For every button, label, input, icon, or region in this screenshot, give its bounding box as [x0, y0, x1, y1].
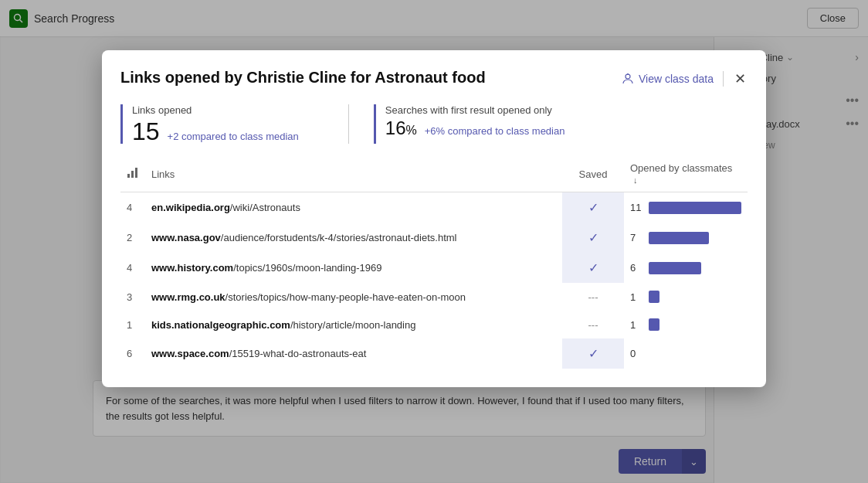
- cell-link[interactable]: en.wikipedia.org/wiki/Astronauts: [145, 192, 562, 223]
- pct-symbol: %: [405, 124, 416, 137]
- cell-count: 4: [120, 192, 145, 223]
- link-path: /audience/forstudents/k-4/stories/astron…: [221, 232, 457, 243]
- link-domain: www.history.com: [151, 262, 233, 274]
- table-row: 3 www.rmg.co.uk/stories/topics/how-many-…: [120, 283, 748, 311]
- stats-divider: [348, 104, 349, 144]
- dash-text: ---: [588, 291, 598, 303]
- class-data-icon: [622, 73, 634, 85]
- classmates-bar: [649, 318, 659, 331]
- modal-close-button[interactable]: ✕: [733, 69, 748, 89]
- cell-saved: ---: [562, 311, 624, 338]
- link-path: /15519-what-do-astronauts-eat: [229, 348, 367, 359]
- link-path: /wiki/Astronauts: [230, 202, 300, 213]
- col-header-opened: Opened by classmates ↓: [624, 156, 748, 192]
- table-row: 2 www.nasa.gov/audience/forstudents/k-4/…: [120, 223, 748, 253]
- cell-count: 4: [120, 253, 145, 283]
- table-row: 6 www.space.com/15519-what-do-astronauts…: [120, 338, 748, 369]
- cell-count: 6: [120, 338, 145, 369]
- link-path: /history/article/moon-landing: [290, 319, 416, 331]
- classmates-count: 1: [630, 319, 643, 331]
- stat-links-compare: +2 compared to class median: [168, 131, 299, 142]
- cell-opened: 1: [624, 311, 748, 338]
- cell-opened: 11: [624, 192, 748, 223]
- links-bar-icon: [127, 168, 139, 181]
- bar-container: 1: [630, 318, 741, 331]
- svg-point-3: [627, 73, 629, 75]
- col-header-num: [120, 156, 145, 192]
- bar-container: 7: [630, 232, 741, 244]
- dash-text: ---: [588, 319, 598, 331]
- cell-saved: ---: [562, 283, 624, 311]
- checkmark-icon: ✓: [588, 261, 598, 274]
- modal-overlay: Links opened by Christie Cline for Astro…: [0, 0, 868, 483]
- svg-rect-5: [131, 171, 134, 178]
- classmates-count: 0: [630, 348, 643, 359]
- link-domain: www.rmg.co.uk: [151, 291, 225, 303]
- stat-first-result-compare: +6% compared to class median: [425, 125, 565, 137]
- stat-first-result-value: 16%: [385, 119, 417, 138]
- stat-links-value-row: 15 +2 compared to class median: [132, 119, 299, 144]
- bar-container: 1: [630, 291, 741, 303]
- link-domain: www.nasa.gov: [151, 232, 221, 243]
- classmates-count: 11: [630, 202, 643, 213]
- classmates-count: 7: [630, 232, 643, 243]
- stat-first-result-value-row: 16% +6% compared to class median: [385, 119, 565, 138]
- cell-opened: 0: [624, 338, 748, 369]
- table-body: 4 en.wikipedia.org/wiki/Astronauts ✓ 11 …: [120, 192, 748, 369]
- cell-saved: ✓: [562, 223, 624, 253]
- cell-saved: ✓: [562, 338, 624, 369]
- stat-links-label: Links opened: [132, 104, 299, 116]
- cell-saved: ✓: [562, 253, 624, 283]
- cell-link[interactable]: www.history.com/topics/1960s/moon-landin…: [145, 253, 562, 283]
- modal-header-actions: View class data ✕: [622, 69, 748, 89]
- table-header-row: Links Saved Opened by classmates ↓: [120, 156, 748, 192]
- cell-opened: 6: [624, 253, 748, 283]
- cell-count: 2: [120, 223, 145, 253]
- links-table: Links Saved Opened by classmates ↓ 4 en.…: [120, 156, 748, 369]
- stats-row: Links opened 15 +2 compared to class med…: [102, 89, 766, 156]
- cell-link[interactable]: kids.nationalgeographic.com/history/arti…: [145, 311, 562, 338]
- bar-container: 6: [630, 262, 741, 274]
- bar-container: 11: [630, 202, 741, 214]
- link-path: /topics/1960s/moon-landing-1969: [233, 262, 381, 274]
- classmates-bar: [649, 262, 701, 274]
- link-domain: www.space.com: [151, 348, 229, 359]
- cell-opened: 7: [624, 223, 748, 253]
- table-row: 1 kids.nationalgeographic.com/history/ar…: [120, 311, 748, 338]
- cell-count: 3: [120, 283, 145, 311]
- stat-first-result-label: Searches with first result opened only: [385, 104, 565, 116]
- link-domain: kids.nationalgeographic.com: [151, 319, 290, 331]
- classmates-bar: [649, 202, 741, 214]
- checkmark-icon: ✓: [588, 231, 598, 244]
- modal-header: Links opened by Christie Cline for Astro…: [102, 50, 766, 89]
- checkmark-icon: ✓: [588, 347, 598, 360]
- table-container: Links Saved Opened by classmates ↓ 4 en.…: [102, 156, 766, 387]
- cell-count: 1: [120, 311, 145, 338]
- table-head: Links Saved Opened by classmates ↓: [120, 156, 748, 192]
- bar-container: 0: [630, 348, 741, 359]
- table-row: 4 www.history.com/topics/1960s/moon-land…: [120, 253, 748, 283]
- stat-first-result: Searches with first result opened only 1…: [374, 104, 590, 144]
- cell-link[interactable]: www.nasa.gov/audience/forstudents/k-4/st…: [145, 223, 562, 253]
- table-row: 4 en.wikipedia.org/wiki/Astronauts ✓ 11: [120, 192, 748, 223]
- classmates-count: 6: [630, 262, 643, 274]
- modal: Links opened by Christie Cline for Astro…: [102, 50, 766, 387]
- modal-title: Links opened by Christie Cline for Astro…: [120, 69, 486, 87]
- view-class-data-button[interactable]: View class data: [622, 73, 714, 85]
- stat-links-value: 15: [132, 119, 160, 144]
- col-header-links: Links: [145, 156, 562, 192]
- cell-link[interactable]: www.space.com/15519-what-do-astronauts-e…: [145, 338, 562, 369]
- sort-icon: ↓: [633, 175, 638, 185]
- col-header-saved: Saved: [562, 156, 624, 192]
- classmates-bar: [649, 291, 659, 303]
- classmates-bar: [649, 232, 709, 244]
- link-domain: en.wikipedia.org: [151, 202, 230, 213]
- cell-opened: 1: [624, 283, 748, 311]
- header-divider: [723, 71, 724, 87]
- cell-saved: ✓: [562, 192, 624, 223]
- classmates-count: 1: [630, 291, 643, 303]
- cell-link[interactable]: www.rmg.co.uk/stories/topics/how-many-pe…: [145, 283, 562, 311]
- svg-rect-4: [127, 174, 130, 178]
- checkmark-icon: ✓: [588, 201, 598, 214]
- svg-rect-6: [135, 168, 137, 178]
